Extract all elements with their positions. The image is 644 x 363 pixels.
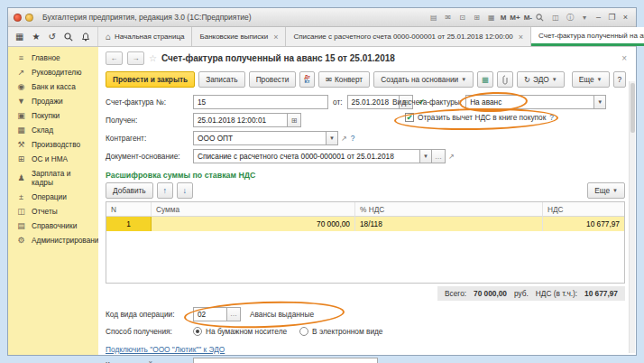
dtkt-postings-button[interactable]: ДтКт [299,71,315,88]
notifications-bell-icon[interactable] [81,33,90,42]
ellipsis-button[interactable]: … [227,307,241,321]
radio-electronic[interactable] [299,327,308,336]
sidebar-item-purchases[interactable]: ▣Покупки [8,108,98,123]
col-n[interactable]: N [106,202,152,217]
sidebar-item-administration[interactable]: ⚙Администрирование [8,233,98,247]
from-label: от: [333,98,343,107]
post-button[interactable]: Провести [249,71,297,88]
gear-icon: ⚙ [16,236,26,245]
coin-icon: ◉ [16,82,26,91]
sidebar-item-main[interactable]: ≡Главное [8,51,98,65]
add-row-button[interactable]: Добавить [106,182,153,199]
cell-n[interactable]: 1 [106,217,152,231]
forward-button[interactable]: → [127,51,144,65]
move-up-icon[interactable]: ↑ [157,182,173,199]
person-icon: ♟ [16,173,26,182]
memory-button[interactable]: М [501,14,507,22]
cell-vat[interactable]: 10 677,97 [543,217,624,231]
currency-label: руб. [514,289,529,298]
sidebar-item-production[interactable]: ⚒Производство [8,137,98,152]
invoice-number-input[interactable]: 15 [193,95,328,109]
tab-bank-statements[interactable]: Банковские выписки × [192,27,286,46]
connect-edo-link[interactable]: Подключить "ООО "Лютик"" к ЭДО [106,342,225,356]
memory-minus-button[interactable]: М- [524,14,532,22]
chevron-down-icon[interactable]: ▼ [594,95,606,109]
col-rate[interactable]: % НДС [355,202,543,217]
open-link-icon[interactable]: ↗ [341,135,347,143]
favorites-star-icon[interactable]: ★ [32,33,41,42]
tab-debit-from-account[interactable]: Списание с расчетного счета 0000-000001 … [286,27,531,46]
cell-amount[interactable]: 70 000,00 [152,217,355,231]
contractor-help-link[interactable]: ? [351,134,355,143]
memory-plus-button[interactable]: М+ [510,14,520,22]
radio-paper[interactable] [193,327,202,336]
attachments-button[interactable] [497,71,513,88]
tab-label: Счет-фактура полученный на аванс 15 от 2… [538,32,644,40]
sections-menu-icon[interactable]: ▦ [15,33,23,42]
move-down-icon[interactable]: ↓ [177,182,193,199]
cell-rate[interactable]: 18/118 [355,217,543,231]
chevron-down-icon[interactable]: ▼ [327,131,338,145]
sidebar-item-warehouse[interactable]: ▦Склад [8,123,98,137]
ellipsis-button[interactable]: … [432,149,446,163]
table-row[interactable]: 1 70 000,00 18/118 10 677,97 [106,217,624,231]
report-button[interactable]: ▦ [477,71,493,88]
sidebar-item-payroll-hr[interactable]: ♟Зарплата и кадры [8,166,98,190]
back-button[interactable]: ← [106,51,123,65]
more-button[interactable]: Еще▼ [572,71,610,88]
op-code-input[interactable]: 02 [193,307,227,321]
tab-close-icon[interactable]: × [273,33,278,42]
contractor-input[interactable]: ООО ОПТ [193,131,327,145]
print-envelope-button[interactable]: ✉ Конверт [318,71,370,88]
help-button[interactable]: ? [613,71,627,88]
restore-button[interactable]: ❐ [607,13,617,22]
sidebar-item-directories[interactable]: ▤Справочники [8,219,98,233]
info-icon[interactable]: ⓘ [565,13,575,23]
sidebar-item-manager[interactable]: ↗Руководителю [8,65,98,79]
col-vat[interactable]: НДС [543,202,624,217]
tab-invoice-received[interactable]: Счет-фактура полученный на аванс 15 от 2… [531,27,644,46]
sidebar-item-fixed-assets[interactable]: ⊞ОС и НМА [8,152,98,166]
col-amount[interactable]: Сумма [152,202,355,217]
invoice-type-select[interactable]: На аванс [465,95,594,109]
app-options-icon[interactable] [25,14,33,22]
history-icon[interactable]: ↺ [49,33,56,42]
close-button[interactable]: × [621,13,630,22]
sidebar-item-sales[interactable]: ▼Продажи [8,94,98,108]
table-more-button[interactable]: Еще▼ [587,182,625,199]
form-close-icon[interactable]: × [621,53,627,63]
panels-icon[interactable]: ◫ [550,14,561,22]
favorite-star-icon[interactable]: ☆ [149,53,157,63]
calendar-icon[interactable]: ⊞ [288,113,301,127]
open-link-icon[interactable]: ↗ [448,153,455,161]
basis-document-input[interactable]: Списание с расчетного счета 0000-000001 … [193,149,420,163]
print-icon[interactable]: ✉ [443,14,454,22]
calendar-icon[interactable]: ⊞ [472,14,483,22]
search-icon[interactable] [64,33,73,42]
truck-icon: ⊞ [16,154,26,163]
edo-button[interactable]: ↻ ЭДО▼ [517,71,565,88]
sidebar-item-operations[interactable]: ±Операции [8,190,98,204]
tab-close-icon[interactable]: × [519,33,523,42]
create-based-on-button[interactable]: Создать на основании▼ [373,71,474,88]
sidebar-item-reports[interactable]: ◫Отчеты [8,204,98,219]
save-icon[interactable]: ▤ [428,14,439,22]
preview-icon[interactable]: ⊡ [457,14,468,22]
sidebar-item-bank-cash[interactable]: ◉Банк и касса [8,79,98,94]
vat-checkbox-help-link[interactable]: ? [549,113,554,122]
tab-home[interactable]: ⌂ Начальная страница [98,27,192,46]
save-button[interactable]: Записать [198,71,244,88]
received-datetime-input[interactable]: 25.01.2018 12:00:01 [193,113,288,127]
info-caret-icon[interactable]: ▾ [579,14,590,22]
app-menu-icon[interactable] [14,14,22,22]
tab-label: Банковские выписки [199,33,268,41]
zoom-icon[interactable] [536,14,547,22]
chevron-down-icon[interactable]: ▼ [420,149,432,163]
contractor-label: Контрагент: [106,134,193,143]
calculator-icon[interactable]: ▦ [486,14,497,22]
vat-deduction-checkbox[interactable]: ✔ [405,113,414,122]
comment-input[interactable] [193,358,378,363]
invoice-date-input[interactable]: 25.01.2018 [347,95,400,109]
minimize-button[interactable]: – [593,13,603,22]
post-and-close-button[interactable]: Провести и закрыть [106,71,195,88]
